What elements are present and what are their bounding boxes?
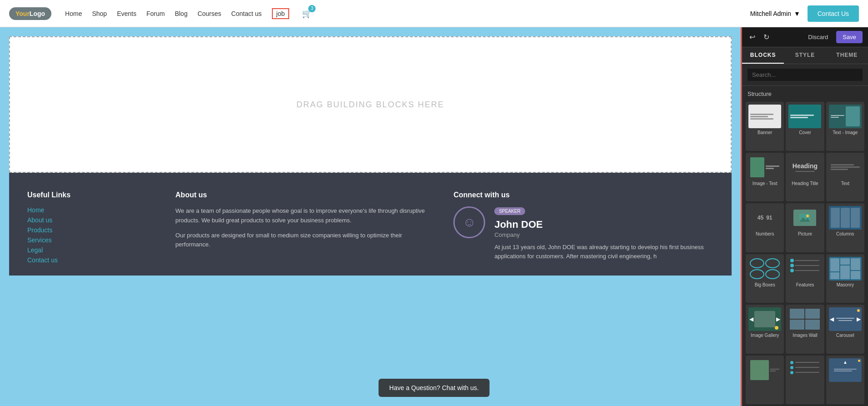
block-bigboxes-thumb (748, 257, 781, 281)
tab-blocks[interactable]: BLOCKS (742, 47, 784, 64)
footer-link-home[interactable]: Home (27, 206, 157, 214)
block-row1[interactable] (746, 356, 784, 405)
nav-right: Mitchell Admin ▼ Contact Us (750, 5, 859, 22)
top-navigation: YourLogo Home Shop Events Forum Blog Cou… (0, 0, 868, 27)
block-text-image-label: Text - Image (833, 130, 858, 135)
chat-widget[interactable]: Have a Question? Chat with us. (378, 379, 490, 397)
block-heading-label: Heading Title (792, 181, 818, 186)
nav-home[interactable]: Home (65, 10, 82, 17)
block-heading-thumb: Heading (788, 155, 821, 179)
connect-title: Connect with us (453, 191, 713, 199)
about-text-1: We are a team of passionate people whose… (176, 206, 436, 226)
footer-about: About us We are a team of passionate peo… (176, 191, 436, 266)
discard-button[interactable]: Discard (804, 32, 832, 42)
svg-point-2 (806, 215, 809, 217)
block-features-thumb (788, 257, 821, 281)
block-image-text[interactable]: Image - Text (746, 153, 784, 202)
contact-us-button[interactable]: Contact Us (808, 5, 859, 22)
about-title: About us (176, 191, 436, 199)
block-gallery-label: Image Gallery (751, 333, 779, 338)
block-numbers-thumb: 45 91 (748, 206, 781, 230)
drop-zone[interactable]: DRAG BUILDING BLOCKS HERE (9, 36, 732, 173)
speaker-badge: SPEAKER (494, 207, 525, 215)
block-carousel-label: Carousel (836, 333, 854, 338)
search-input[interactable] (748, 69, 863, 81)
block-bigboxes-label: Big Boxes (755, 282, 775, 287)
block-scroll-thumb: ▲ (829, 358, 862, 382)
block-text-image-thumb (829, 105, 862, 128)
panel-tabs: BLOCKS STYLE THEME (742, 47, 868, 64)
footer: Useful Links Home About us Products Serv… (9, 173, 732, 276)
chevron-down-icon: ▼ (794, 10, 800, 17)
block-carousel-thumb: ◀ ▶ (829, 307, 862, 331)
redo-button[interactable]: ↻ (762, 31, 771, 43)
block-imageswall[interactable]: Images Wall (786, 305, 824, 354)
nav-job[interactable]: job (272, 8, 290, 19)
footer-link-products[interactable]: Products (27, 226, 157, 234)
company-name: Company (494, 231, 713, 238)
block-banner[interactable]: Banner (746, 102, 784, 151)
undo-button[interactable]: ↩ (748, 31, 757, 43)
block-row1-thumb (748, 358, 781, 382)
block-banner-thumb (748, 105, 781, 128)
blocks-grid: Banner Cover (742, 100, 868, 406)
tab-theme[interactable]: THEME (826, 47, 868, 64)
block-bigboxes[interactable]: Big Boxes (746, 254, 784, 303)
block-columns-label: Columns (836, 231, 854, 236)
nav-contact[interactable]: Contact us (231, 10, 262, 17)
page-canvas: DRAG BUILDING BLOCKS HERE Useful Links H… (0, 27, 741, 406)
block-cover-thumb (788, 105, 821, 128)
nav-shop[interactable]: Shop (92, 10, 107, 17)
person-name: John DOE (494, 219, 713, 231)
block-masonry[interactable]: Masonry (826, 254, 864, 303)
useful-links-title: Useful Links (27, 191, 157, 199)
nav-events[interactable]: Events (117, 10, 136, 17)
block-cover[interactable]: Cover (786, 102, 824, 151)
block-cover-label: Cover (799, 130, 811, 135)
person-bio: At just 13 years old, John DOE was alrea… (494, 243, 713, 261)
block-scroll[interactable]: ▲ (826, 356, 864, 405)
block-dots[interactable] (786, 356, 824, 405)
footer-link-services[interactable]: Services (27, 236, 157, 244)
block-image-text-thumb (748, 155, 781, 179)
tab-style[interactable]: STYLE (784, 47, 826, 64)
block-columns[interactable]: Columns (826, 203, 864, 252)
block-carousel[interactable]: ◀ ▶ Carousel (826, 305, 864, 354)
logo[interactable]: YourLogo (9, 7, 51, 20)
cart-badge: 3 (308, 5, 316, 12)
structure-label: Structure (742, 86, 868, 100)
panel-search (742, 64, 868, 86)
footer-link-about[interactable]: About us (27, 216, 157, 224)
block-features[interactable]: Features (786, 254, 824, 303)
about-text-2: Our products are designed for small to m… (176, 231, 436, 250)
drop-hint: DRAG BUILDING BLOCKS HERE (296, 100, 444, 110)
footer-link-contact[interactable]: Contact us (27, 256, 157, 264)
block-gallery[interactable]: ◀ ▶ Image Gallery (746, 305, 784, 354)
connect-card: ☺ SPEAKER John DOE Company At just 13 ye… (453, 206, 713, 261)
cart-icon[interactable]: 🛒 3 (302, 9, 312, 19)
block-heading[interactable]: Heading Heading Title (786, 153, 824, 202)
nav-courses[interactable]: Courses (197, 10, 221, 17)
connect-info: SPEAKER John DOE Company At just 13 year… (494, 206, 713, 261)
admin-dropdown[interactable]: Mitchell Admin ▼ (750, 10, 800, 17)
block-masonry-thumb (829, 257, 862, 281)
footer-connect: Connect with us ☺ SPEAKER John DOE Compa… (453, 191, 713, 266)
chat-text: Have a Question? Chat with us. (389, 384, 479, 391)
block-banner-label: Banner (758, 130, 772, 135)
footer-link-legal[interactable]: Legal (27, 246, 157, 254)
block-picture[interactable]: Picture (786, 203, 824, 252)
block-picture-label: Picture (798, 231, 812, 236)
save-button[interactable]: Save (836, 31, 863, 43)
block-dots-thumb (788, 358, 821, 382)
block-numbers[interactable]: 45 91 Numbers (746, 203, 784, 252)
avatar: ☺ (453, 206, 485, 238)
block-numbers-label: Numbers (756, 231, 774, 236)
nav-blog[interactable]: Blog (175, 10, 187, 17)
block-text-label: Text (841, 181, 849, 186)
panel-topbar: ↩ ↻ Discard Save (742, 27, 868, 47)
admin-label: Mitchell Admin (750, 10, 791, 17)
block-picture-thumb (788, 206, 821, 230)
nav-forum[interactable]: Forum (146, 10, 165, 17)
block-text-image[interactable]: Text - Image (826, 102, 864, 151)
block-text[interactable]: Text (826, 153, 864, 202)
